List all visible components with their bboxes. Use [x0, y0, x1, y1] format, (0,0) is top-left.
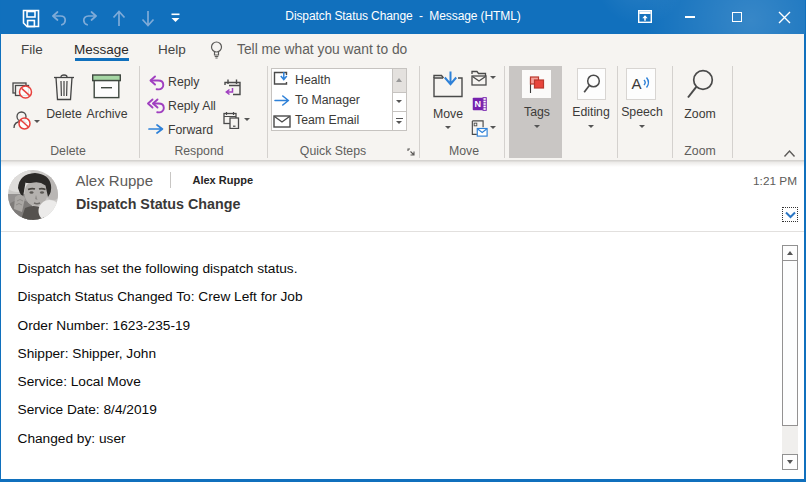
svg-text:A: A	[631, 75, 641, 92]
svg-text:N: N	[475, 99, 482, 109]
